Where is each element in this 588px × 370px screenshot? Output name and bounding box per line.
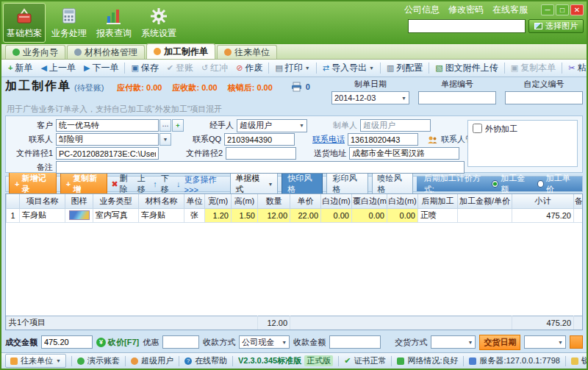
qty-cell[interactable]: 12.00 — [258, 208, 290, 222]
attachment-upload-button[interactable]: ▧图文附件上传 — [431, 60, 501, 76]
column-header[interactable]: 小计 — [512, 194, 574, 208]
select-image-button[interactable]: 选择图片 — [528, 19, 584, 33]
save-button[interactable]: ▣保存 — [127, 60, 162, 76]
delivery-method-select[interactable]: ▼ — [431, 335, 476, 349]
contact-dropdown-button[interactable]: ▼ — [159, 133, 171, 146]
remark-cell[interactable] — [574, 208, 583, 222]
column-header[interactable]: 白边(m) — [387, 194, 418, 208]
pay-amount-input[interactable] — [329, 335, 381, 349]
void-button[interactable]: ⊘作废 — [232, 60, 266, 76]
current-user[interactable]: 超级用户 — [131, 355, 173, 366]
edge3-cell[interactable]: 0.00 — [387, 208, 418, 222]
pricing-amount-radio[interactable]: 加工金额 — [492, 173, 530, 195]
column-header[interactable]: 图样 — [65, 194, 93, 208]
column-header[interactable]: 单位 — [184, 194, 205, 208]
material-cell[interactable]: 车身贴 — [139, 208, 184, 222]
tab-material-price[interactable]: 材料价格管理 — [67, 45, 145, 59]
column-header[interactable]: 数量 — [258, 194, 290, 208]
online-service-link[interactable]: 在线客服 — [492, 4, 528, 16]
height-cell[interactable]: 1.50 — [232, 208, 258, 222]
handler-select[interactable]: 超级用户▼ — [237, 119, 307, 132]
file-path2-input[interactable] — [226, 147, 296, 160]
import-export-button[interactable]: ⇄导入导出▼ — [319, 60, 378, 76]
copy-order-button[interactable]: ▣复制本单 — [507, 60, 559, 76]
account-set[interactable]: 演示账套 — [77, 355, 120, 366]
contacts-taskbar-button[interactable]: 往来单位▼ — [5, 354, 66, 368]
customer-add-button[interactable]: + — [172, 119, 184, 132]
move-up-button[interactable]: 上移↑ — [137, 173, 157, 195]
outsource-checkbox[interactable] — [473, 124, 482, 133]
paste-screenshot-button[interactable]: ✂粘贴截图 — [564, 60, 588, 76]
price-cell[interactable]: 22.00 — [290, 208, 321, 222]
column-header[interactable]: 项目名称 — [20, 194, 65, 208]
move-down-button[interactable]: 下移↓ — [161, 173, 181, 195]
red-flush-button[interactable]: ↺红冲 — [198, 60, 232, 76]
column-header[interactable]: 备 — [574, 194, 583, 208]
deal-amount-input[interactable] — [41, 335, 93, 349]
tab-business-contacts[interactable]: 往来单位 — [217, 45, 277, 59]
remark-input[interactable] — [56, 161, 465, 174]
nav-system-settings[interactable]: 系统设置 — [137, 3, 180, 43]
lock-screen-button[interactable]: 锁屏 — [571, 355, 588, 366]
print-count[interactable]: 0 — [290, 82, 310, 92]
column-header[interactable]: 单价 — [290, 194, 321, 208]
item-image-cell[interactable] — [65, 208, 93, 222]
column-header[interactable]: 白边(m) — [321, 194, 352, 208]
column-header[interactable]: 加工金额/单价 — [458, 194, 512, 208]
column-header[interactable]: 后期加工 — [418, 194, 458, 208]
company-info-link[interactable]: 公司信息 — [404, 4, 440, 16]
creator-label: 制单人 — [315, 120, 357, 131]
column-config-button[interactable]: ▥列配置 — [383, 60, 426, 76]
change-password-link[interactable]: 修改密码 — [448, 4, 484, 16]
certificate-status[interactable]: ✔证书正常 — [344, 355, 386, 366]
column-header[interactable]: 材料名称 — [139, 194, 184, 208]
customer-browse-button[interactable]: ⋯ — [159, 119, 171, 132]
calendar-button[interactable] — [570, 335, 583, 349]
delivery-date-select[interactable]: ▼ — [524, 335, 566, 349]
tab-processing-order[interactable]: 加工制作单 — [146, 43, 215, 59]
width-cell[interactable]: 1.20 — [205, 208, 232, 222]
minimize-button[interactable]: ─ — [541, 4, 554, 15]
column-header[interactable]: 宽(m) — [205, 194, 232, 208]
edge1-cell[interactable]: 0.00 — [321, 208, 352, 222]
close-button[interactable]: ✕ — [570, 4, 584, 15]
column-header[interactable]: 覆白边(m) — [352, 194, 387, 208]
file-path1-input[interactable] — [56, 147, 159, 160]
delivery-address-input[interactable] — [349, 147, 459, 160]
discount-input[interactable] — [162, 335, 199, 349]
contact-input[interactable] — [56, 133, 159, 146]
image-path-input[interactable] — [408, 19, 526, 33]
unit-cell[interactable]: 张 — [184, 208, 205, 222]
item-name-cell[interactable]: 车身贴 — [20, 208, 65, 222]
more-operations-link[interactable]: 更多操作>>> — [184, 174, 227, 194]
contact-phone-link[interactable]: 联系电话 — [302, 134, 345, 145]
edge2-cell[interactable]: 0.00 — [352, 208, 387, 222]
business-type-cell[interactable]: 室内写真 — [93, 208, 139, 222]
customer-input[interactable] — [56, 119, 159, 132]
pay-method-select[interactable]: 公司现金▼ — [239, 335, 290, 349]
bargain-button[interactable]: ¥砍价[F7] — [96, 337, 139, 348]
contact-qq-input[interactable] — [224, 133, 295, 146]
next-order-button[interactable]: ▶下一单 — [80, 60, 122, 76]
column-header[interactable]: 高(m) — [232, 194, 258, 208]
maximize-button[interactable]: □ — [556, 4, 569, 15]
doc-no-input[interactable] — [418, 91, 496, 104]
column-header[interactable]: 业务类型 — [93, 194, 139, 208]
nav-report-query[interactable]: 报表查询 — [93, 3, 135, 43]
contact-phone-input[interactable] — [348, 133, 418, 146]
pricing-unit-radio[interactable]: 加工单价 — [537, 173, 576, 195]
prev-order-button[interactable]: ◀上一单 — [37, 60, 79, 76]
new-order-button[interactable]: +新单 — [4, 60, 36, 76]
post-process-cell[interactable]: 正喷 — [418, 208, 458, 222]
order-date-input[interactable]: 2014-12-03▼ — [331, 91, 409, 104]
register-button[interactable]: ✔登账 — [163, 60, 197, 76]
custom-no-input[interactable] — [505, 91, 583, 104]
nav-basic-files[interactable]: 基础档案 — [3, 3, 46, 43]
table-row[interactable]: 1 车身贴 室内写真 车身贴 张 1.20 1.50 12.00 22.00 0… — [7, 208, 583, 222]
delete-row-button[interactable]: ✖删除 — [111, 173, 133, 195]
post-amount-cell[interactable] — [458, 208, 512, 222]
tab-business-wizard[interactable]: 业务向导 — [5, 45, 65, 59]
nav-business-process[interactable]: 业务处理 — [48, 3, 90, 43]
online-help-button[interactable]: ?在线帮助 — [184, 355, 227, 366]
print-button[interactable]: ▤打印▼ — [271, 60, 313, 76]
